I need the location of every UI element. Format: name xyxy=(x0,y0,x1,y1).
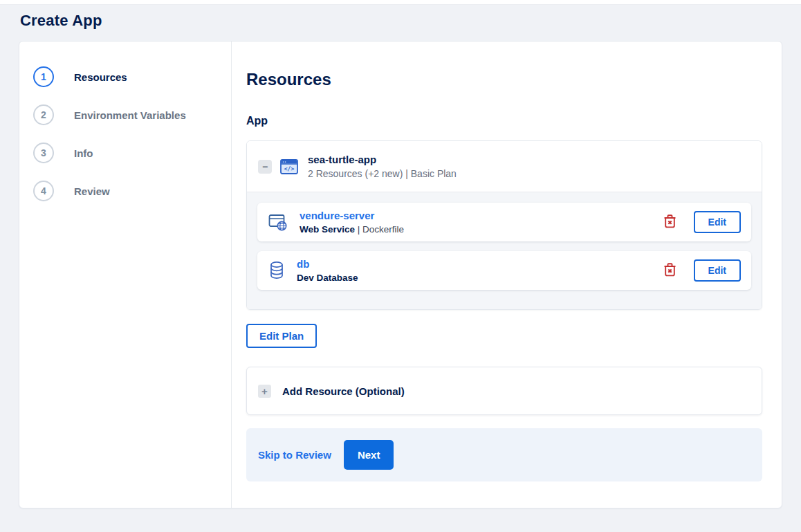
resources-step-content: Resources App − </> xyxy=(232,42,782,508)
step-label: Review xyxy=(74,185,110,197)
resource-actions: Edit xyxy=(663,211,741,233)
step-label: Resources xyxy=(74,71,127,83)
step-label: Info xyxy=(74,147,93,159)
step-number-badge: 2 xyxy=(33,104,54,125)
delete-resource-button[interactable] xyxy=(663,262,676,279)
create-app-page: Create App 1 Resources 2 Environment Var… xyxy=(0,12,801,508)
top-strip xyxy=(0,0,801,5)
edit-resource-button[interactable]: Edit xyxy=(694,211,741,233)
step-environment-variables[interactable]: 2 Environment Variables xyxy=(33,104,231,125)
create-app-card: 1 Resources 2 Environment Variables 3 In… xyxy=(19,41,782,508)
resource-type: Web Service xyxy=(300,224,355,235)
web-service-globe-icon xyxy=(268,212,288,232)
step-label: Environment Variables xyxy=(74,109,186,121)
wizard-stepper: 1 Resources 2 Environment Variables 3 In… xyxy=(19,42,232,508)
step-number-badge: 1 xyxy=(33,66,54,87)
database-icon xyxy=(268,260,286,281)
resource-meta: Dev Database xyxy=(297,273,358,283)
add-resource-label: Add Resource (Optional) xyxy=(282,385,405,397)
trash-icon xyxy=(663,214,676,230)
resource-row-vendure-server: vendure-server Web Service | Dockerfile xyxy=(257,203,751,241)
app-card-header: − </> sea-turtle-app xyxy=(247,141,762,192)
edit-plan-button[interactable]: Edit Plan xyxy=(246,324,317,348)
app-name: sea-turtle-app xyxy=(308,154,457,165)
app-summary: 2 Resources (+2 new) | Basic Plan xyxy=(308,168,457,179)
wizard-footer: Skip to Review Next xyxy=(246,428,762,481)
resource-titles: vendure-server Web Service | Dockerfile xyxy=(300,210,404,235)
step-number-badge: 3 xyxy=(33,143,54,163)
resource-name-link[interactable]: db xyxy=(297,258,358,270)
app-card-titles: sea-turtle-app 2 Resources (+2 new) | Ba… xyxy=(308,154,457,179)
content-heading: Resources xyxy=(246,70,762,89)
app-card: − </> sea-turtle-app xyxy=(246,140,762,310)
svg-text:</>: </> xyxy=(284,165,295,172)
app-section-label: App xyxy=(246,115,762,127)
edit-resource-button[interactable]: Edit xyxy=(694,259,741,282)
app-card-body: vendure-server Web Service | Dockerfile xyxy=(247,192,762,309)
minus-icon: − xyxy=(262,162,268,172)
delete-resource-button[interactable] xyxy=(663,214,676,230)
add-resource-section[interactable]: + Add Resource (Optional) xyxy=(246,367,762,415)
resource-name-link[interactable]: vendure-server xyxy=(300,210,404,221)
resource-detail: | Dockerfile xyxy=(355,224,404,235)
trash-icon xyxy=(663,262,676,279)
resource-titles: db Dev Database xyxy=(297,258,358,283)
step-review[interactable]: 4 Review xyxy=(33,181,231,201)
plus-icon: + xyxy=(258,385,271,398)
code-window-icon: </> xyxy=(279,157,299,176)
resource-row-db: db Dev Database xyxy=(257,251,751,290)
skip-to-review-link[interactable]: Skip to Review xyxy=(258,449,331,461)
resource-type: Dev Database xyxy=(297,273,358,283)
step-number-badge: 4 xyxy=(33,181,54,201)
next-button[interactable]: Next xyxy=(344,440,394,470)
resource-meta: Web Service | Dockerfile xyxy=(300,224,404,235)
page-title: Create App xyxy=(20,12,782,30)
collapse-app-button[interactable]: − xyxy=(258,160,272,174)
step-info[interactable]: 3 Info xyxy=(33,143,231,163)
step-resources[interactable]: 1 Resources xyxy=(33,66,231,87)
resource-actions: Edit xyxy=(663,259,741,282)
